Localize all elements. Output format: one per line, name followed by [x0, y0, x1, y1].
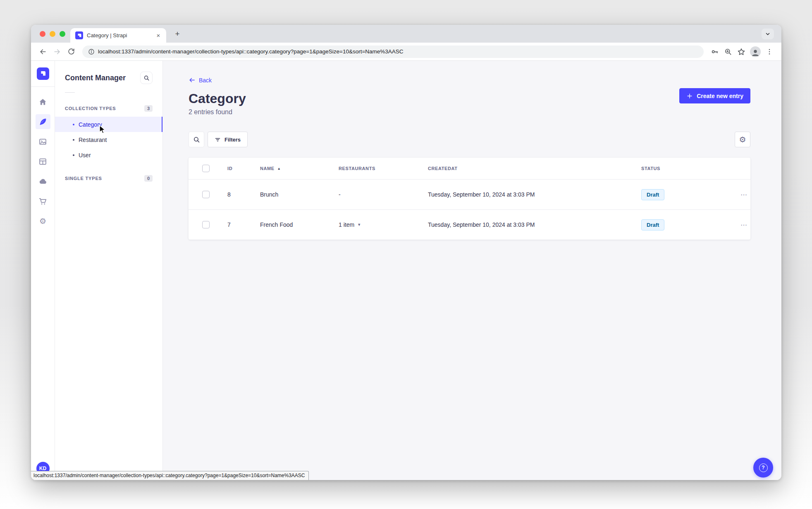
- table-actions-row: Filters ⚙: [189, 132, 750, 147]
- main-content: Back Category 2 entries found Create new…: [163, 61, 781, 480]
- strapi-app: ⚙ KD Content Manager COLLECTION TYPES 3 …: [31, 61, 781, 480]
- content-manager-sidebar: Content Manager COLLECTION TYPES 3 Categ…: [55, 61, 163, 480]
- browser-toolbar: localhost:1337/admin/content-manager/col…: [31, 43, 781, 61]
- question-mark-icon: ?: [759, 463, 768, 472]
- entries-count: 2 entries found: [189, 108, 750, 116]
- search-button[interactable]: [189, 132, 204, 147]
- url-text: localhost:1337/admin/content-manager/col…: [98, 48, 404, 55]
- cell-createdat: Tuesday, September 10, 2024 at 3:03 PM: [428, 191, 641, 198]
- plus-icon: [686, 93, 693, 99]
- profile-avatar-icon[interactable]: [750, 46, 761, 57]
- tab-close-icon[interactable]: ×: [155, 32, 162, 39]
- chevron-down-icon: ▼: [357, 223, 361, 227]
- filter-icon: [215, 137, 221, 143]
- sidebar-divider: [65, 92, 75, 93]
- column-header-name[interactable]: NAME ▲: [260, 166, 339, 171]
- sidebar-item-category[interactable]: Category: [55, 117, 162, 132]
- tab-search-chevron-icon[interactable]: [762, 29, 774, 39]
- url-bar[interactable]: localhost:1337/admin/content-manager/col…: [82, 46, 704, 58]
- cell-id: 8: [227, 191, 260, 198]
- row-actions-menu[interactable]: ⋯: [740, 191, 748, 199]
- cell-name: French Food: [260, 221, 339, 228]
- collection-types-count-badge: 3: [144, 105, 153, 112]
- bullet-icon: [73, 124, 74, 125]
- select-all-checkbox[interactable]: [202, 165, 210, 172]
- single-types-label: SINGLE TYPES: [65, 176, 102, 181]
- rail-divider: [31, 86, 55, 87]
- cell-restaurants: -: [339, 191, 428, 198]
- sidebar-item-label: User: [79, 152, 91, 158]
- minimize-window-button[interactable]: [50, 31, 55, 37]
- column-header-status[interactable]: STATUS: [641, 166, 725, 171]
- sidebar-item-label: Restaurant: [79, 137, 107, 143]
- sidebar-title: Content Manager: [65, 74, 126, 82]
- table-settings-button[interactable]: ⚙: [735, 132, 750, 147]
- single-types-count-badge: 0: [144, 175, 153, 182]
- cell-name: Brunch: [260, 191, 339, 198]
- content-manager-feather-icon[interactable]: [36, 114, 50, 129]
- browser-window: Category | Strapi × + localhost:1337/adm…: [31, 25, 781, 480]
- menu-dots-icon[interactable]: [763, 46, 776, 58]
- arrow-left-icon: [189, 77, 196, 84]
- cell-createdat: Tuesday, September 10, 2024 at 3:03 PM: [428, 221, 641, 228]
- sidebar-item-restaurant[interactable]: Restaurant: [55, 132, 162, 147]
- status-badge: Draft: [641, 219, 664, 230]
- column-header-id[interactable]: ID: [227, 166, 260, 171]
- table-row[interactable]: 7 French Food 1 item ▼ Tuesday, Septembe…: [189, 209, 750, 240]
- row-checkbox[interactable]: [202, 191, 210, 198]
- settings-gear-icon[interactable]: ⚙: [36, 214, 50, 228]
- home-icon[interactable]: [36, 94, 50, 109]
- single-types-section: SINGLE TYPES 0: [55, 175, 162, 182]
- toolbar-right: [709, 46, 776, 58]
- help-button[interactable]: ?: [753, 458, 773, 478]
- media-library-images-icon[interactable]: [36, 134, 50, 149]
- collection-types-label: COLLECTION TYPES: [65, 106, 116, 111]
- table-row[interactable]: 8 Brunch - Tuesday, September 10, 2024 a…: [189, 179, 750, 209]
- new-tab-button[interactable]: +: [172, 29, 182, 39]
- entries-table: ID NAME ▲ RESTAURANTS CREATEDAT STATUS 8…: [189, 158, 750, 240]
- status-bar-url: localhost:1337/admin/content-manager/col…: [31, 471, 309, 480]
- filters-button[interactable]: Filters: [208, 132, 248, 147]
- back-link[interactable]: Back: [189, 77, 212, 84]
- forward-arrow-icon[interactable]: [51, 46, 63, 58]
- cell-id: 7: [227, 221, 260, 228]
- search-icon: [193, 136, 200, 143]
- traffic-lights: [40, 31, 65, 37]
- column-header-restaurants[interactable]: RESTAURANTS: [339, 166, 428, 171]
- table-header-row: ID NAME ▲ RESTAURANTS CREATEDAT STATUS: [189, 158, 750, 179]
- strapi-favicon-icon: [75, 31, 83, 39]
- bullet-icon: [73, 154, 74, 156]
- close-window-button[interactable]: [40, 31, 45, 37]
- collection-types-items: Category Restaurant User: [55, 117, 162, 163]
- bookmark-star-icon[interactable]: [735, 46, 748, 58]
- maximize-window-button[interactable]: [60, 31, 65, 37]
- marketplace-cart-icon[interactable]: [36, 194, 50, 209]
- sidebar-item-user[interactable]: User: [55, 147, 162, 163]
- row-actions-menu[interactable]: ⋯: [740, 221, 748, 229]
- cloud-icon[interactable]: [36, 174, 50, 189]
- bullet-icon: [73, 139, 74, 141]
- browser-tab-strip: Category | Strapi × +: [31, 25, 781, 43]
- page-title: Category: [189, 91, 750, 106]
- reload-icon[interactable]: [65, 46, 77, 58]
- strapi-logo-icon: [37, 67, 49, 80]
- tab-title: Category | Strapi: [87, 32, 155, 38]
- sort-asc-icon: ▲: [277, 167, 281, 170]
- page-info-icon[interactable]: [88, 48, 95, 55]
- status-badge: Draft: [641, 189, 664, 200]
- row-checkbox[interactable]: [202, 221, 210, 228]
- content-type-builder-layout-icon[interactable]: [36, 154, 50, 169]
- zoom-magnifier-icon[interactable]: [722, 46, 734, 58]
- column-header-createdat[interactable]: CREATEDAT: [428, 166, 641, 171]
- gear-icon: ⚙: [739, 136, 746, 144]
- collection-types-section: COLLECTION TYPES 3: [55, 105, 162, 112]
- sidebar-item-label: Category: [79, 121, 102, 128]
- nav-rail: ⚙ KD: [31, 61, 55, 480]
- create-new-entry-button[interactable]: Create new entry: [679, 88, 750, 103]
- browser-tab[interactable]: Category | Strapi ×: [70, 28, 166, 43]
- back-arrow-icon[interactable]: [37, 46, 49, 58]
- sidebar-search-button[interactable]: [140, 72, 153, 84]
- password-key-icon[interactable]: [709, 46, 721, 58]
- cell-restaurants-dropdown[interactable]: 1 item ▼: [339, 221, 428, 228]
